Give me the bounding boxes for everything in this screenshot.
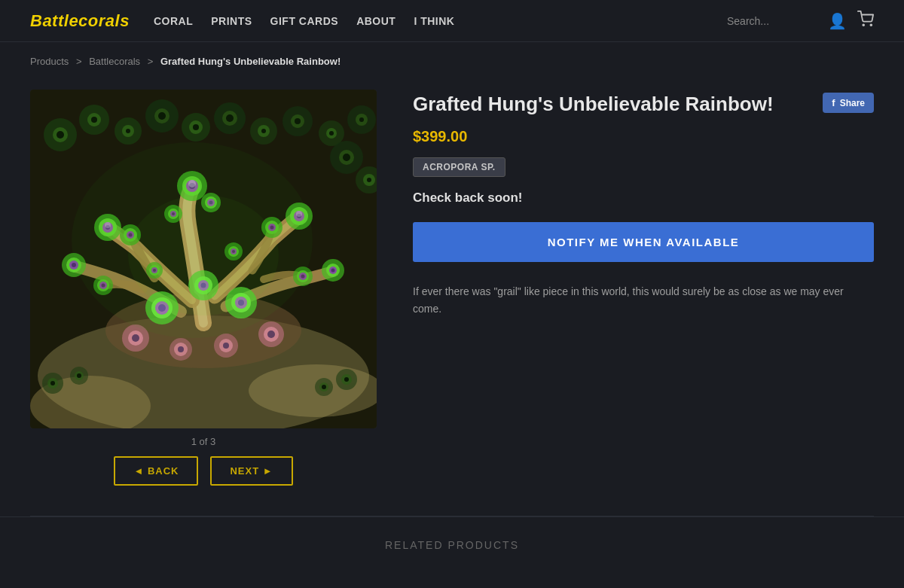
facebook-icon: f xyxy=(832,97,835,108)
svg-point-38 xyxy=(343,154,350,161)
related-products-title: RELATED PRODUCTS xyxy=(385,539,519,551)
nav-item-coral[interactable]: CORAL xyxy=(154,15,193,27)
main-nav: CORAL PRINTS GIFT CARDS ABOUT I THINK xyxy=(154,15,455,27)
notify-button[interactable]: NOTIFY ME WHEN AVAILABLE xyxy=(413,222,874,262)
breadcrumb-products[interactable]: Products xyxy=(30,56,69,67)
fb-share-label: Share xyxy=(840,98,865,108)
breadcrumb-battlecorals[interactable]: Battlecorals xyxy=(89,56,140,67)
nav-item-about[interactable]: ABOUT xyxy=(356,15,396,27)
breadcrumb-sep2: > xyxy=(148,56,154,67)
cart-icon[interactable] xyxy=(857,11,874,31)
image-counter: 1 of 3 xyxy=(30,436,377,447)
svg-point-127 xyxy=(77,373,81,378)
svg-point-20 xyxy=(193,124,199,130)
nav-item-giftcards[interactable]: GIFT CARDS xyxy=(270,15,339,27)
svg-point-23 xyxy=(226,114,234,122)
product-price: $399.00 xyxy=(413,128,874,145)
breadcrumb-current: Grafted Hung's Unbelievable Rainbow! xyxy=(160,56,341,67)
product-title-row: Grafted Hung's Unbelievable Rainbow! f S… xyxy=(413,93,874,116)
header-left: Battlecorals CORAL PRINTS GIFT CARDS ABO… xyxy=(30,11,454,31)
svg-point-0 xyxy=(863,24,864,26)
svg-point-1 xyxy=(870,24,872,26)
svg-point-35 xyxy=(359,117,364,122)
logo-text: Battlecorals xyxy=(30,11,130,30)
nav-item-prints[interactable]: PRINTS xyxy=(211,15,252,27)
svg-point-130 xyxy=(344,377,349,382)
related-products-section: RELATED PRODUCTS xyxy=(0,516,904,567)
svg-point-41 xyxy=(367,178,371,182)
site-header: Battlecorals CORAL PRINTS GIFT CARDS ABO… xyxy=(0,0,904,42)
product-tag: ACROPORA SP. xyxy=(413,157,505,177)
site-logo[interactable]: Battlecorals xyxy=(30,11,130,31)
check-back-text: Check back soon! xyxy=(413,190,874,206)
svg-point-26 xyxy=(261,129,266,133)
breadcrumb-sep1: > xyxy=(76,56,82,67)
product-image-container xyxy=(30,90,377,428)
svg-point-32 xyxy=(329,131,334,136)
fb-share-button[interactable]: f Share xyxy=(823,93,874,113)
svg-point-121 xyxy=(223,343,229,349)
svg-point-62 xyxy=(331,269,335,273)
nav-item-ithink[interactable]: I THINK xyxy=(414,15,454,27)
product-image xyxy=(30,90,377,428)
breadcrumb: Products > Battlecorals > Grafted Hung's… xyxy=(0,42,904,75)
search-input[interactable] xyxy=(727,15,817,27)
svg-point-118 xyxy=(178,346,184,352)
product-description: If ever there was "grail" like piece in … xyxy=(413,283,874,317)
svg-point-8 xyxy=(56,131,64,139)
user-icon[interactable]: 👤 xyxy=(828,12,847,30)
svg-point-11 xyxy=(91,117,97,123)
image-nav: ◄ BACK NEXT ► xyxy=(30,456,377,486)
header-right: 👤 xyxy=(727,11,874,31)
product-title: Grafted Hung's Unbelievable Rainbow! xyxy=(413,93,774,116)
product-image-section: 1 of 3 ◄ BACK NEXT ► xyxy=(30,90,377,486)
product-info: Grafted Hung's Unbelievable Rainbow! f S… xyxy=(413,90,874,317)
svg-point-133 xyxy=(322,385,326,389)
svg-point-112 xyxy=(132,334,139,342)
svg-point-14 xyxy=(126,129,130,133)
svg-point-29 xyxy=(295,118,301,124)
next-button[interactable]: NEXT ► xyxy=(210,456,292,486)
svg-point-124 xyxy=(50,381,55,385)
svg-point-17 xyxy=(158,112,166,120)
main-content: 1 of 3 ◄ BACK NEXT ► Grafted Hung's Unbe… xyxy=(0,75,904,516)
svg-point-135 xyxy=(128,195,279,315)
back-button[interactable]: ◄ BACK xyxy=(114,456,198,486)
svg-point-115 xyxy=(267,331,275,338)
